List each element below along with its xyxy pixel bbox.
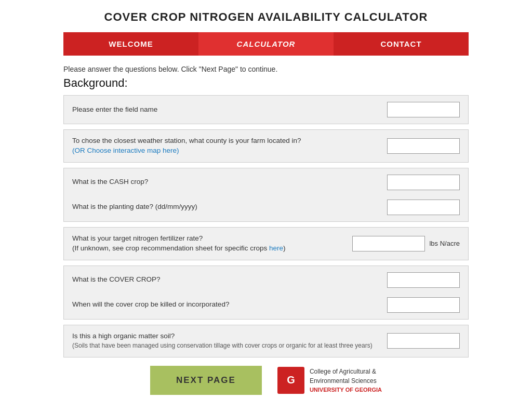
- cash-crop-box: What is the CASH crop? What is the plant…: [63, 168, 469, 222]
- uga-logo-icon: G: [277, 367, 304, 394]
- nitrogen-link[interactable]: here: [269, 244, 283, 252]
- kill-date-label: When will the cover crop be killed or in…: [72, 300, 382, 310]
- nav-calculator[interactable]: CALCULATOR: [198, 32, 334, 56]
- nitrogen-input[interactable]: [352, 236, 425, 251]
- organic-matter-input[interactable]: [387, 333, 460, 349]
- field-name-box: Please enter the field name: [63, 95, 469, 124]
- nitrogen-unit: lbs N/acre: [429, 240, 460, 247]
- nav-welcome[interactable]: WELCOME: [63, 32, 198, 56]
- instructions-text: Please answer the questions below. Click…: [63, 65, 469, 73]
- cash-crop-label: What is the CASH crop?: [72, 177, 382, 187]
- bottom-bar: NEXT PAGE G College of Agricultural & En…: [63, 366, 469, 395]
- organic-matter-box: Is this a high organic matter soil? (Soi…: [63, 325, 469, 358]
- cover-crop-input[interactable]: [387, 272, 460, 288]
- logo-text: College of Agricultural & Environmental …: [310, 367, 382, 394]
- planting-date-label: What is the planting date? (dd/mm/yyyy): [72, 202, 382, 212]
- planting-date-input[interactable]: [387, 200, 460, 215]
- cash-crop-input[interactable]: [387, 175, 460, 190]
- cover-crop-label: What is the COVER CROP?: [72, 275, 382, 285]
- page-title: COVER CROP NITROGEN AVAILABILITY CALCULA…: [63, 10, 469, 24]
- nav-bar: WELCOME CALCULATOR CONTACT: [63, 32, 469, 56]
- county-map-link[interactable]: (OR Choose interactive map here): [72, 147, 179, 154]
- section-heading: Background:: [63, 76, 469, 90]
- county-box: To chose the closest weather station, wh…: [63, 129, 469, 163]
- svg-text:G: G: [287, 374, 295, 386]
- next-page-button[interactable]: NEXT PAGE: [150, 366, 262, 395]
- cover-crop-box: What is the COVER CROP? When will the co…: [63, 266, 469, 320]
- organic-matter-label: Is this a high organic matter soil? (Soi…: [72, 332, 383, 351]
- nitrogen-label: What is your target nitrogen fertilizer …: [72, 234, 348, 254]
- kill-date-input[interactable]: [387, 297, 460, 313]
- county-input[interactable]: [387, 138, 460, 154]
- field-name-input[interactable]: [387, 102, 460, 117]
- logo-area: G College of Agricultural & Environmenta…: [277, 367, 382, 394]
- nav-contact[interactable]: CONTACT: [334, 32, 469, 56]
- field-name-label: Please enter the field name: [72, 105, 382, 115]
- county-label: To chose the closest weather station, wh…: [72, 136, 382, 156]
- nitrogen-box: What is your target nitrogen fertilizer …: [63, 227, 469, 260]
